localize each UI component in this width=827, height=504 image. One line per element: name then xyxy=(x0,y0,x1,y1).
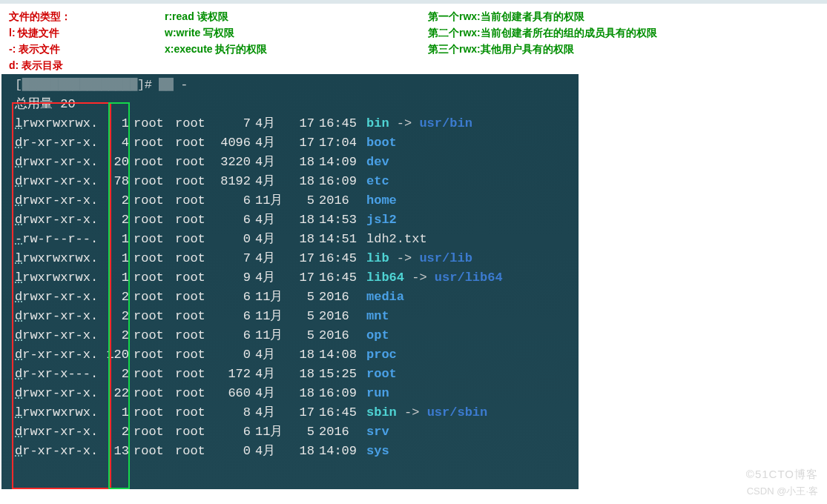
link-count: 2 xyxy=(104,210,129,230)
symlink-arrow: -> xyxy=(397,251,412,265)
file-name: bin xyxy=(366,116,389,130)
month: 4月 xyxy=(255,365,289,384)
list-item: lrwxrwxrwx.1rootroot74月1716:45bin -> usr… xyxy=(1,114,579,133)
terminal-prompt: [████████████████]# ██ - xyxy=(1,74,579,95)
day: 5 xyxy=(292,288,314,307)
owner: root xyxy=(134,326,171,345)
owner: root xyxy=(134,422,171,442)
permissions: drwxr-xr-x. xyxy=(15,210,104,230)
size: 6 xyxy=(215,326,251,345)
owner: root xyxy=(134,191,171,210)
legend-rwx2: 第二个rwx:当前创建者所在的组的成员具有的权限 xyxy=(428,24,818,41)
time: 2016 xyxy=(319,326,362,345)
permissions: dr-xr-xr-x. xyxy=(15,133,104,153)
owner: root xyxy=(134,153,171,172)
legend-file-types: 文件的类型： l: 快捷文件 -: 表示文件 d: 表示目录 xyxy=(9,8,165,73)
legend-r: r:read 读权限 xyxy=(165,8,428,24)
owner: root xyxy=(134,172,171,191)
month: 11月 xyxy=(255,326,289,345)
permissions: lrwxrwxrwx. xyxy=(15,268,104,288)
legend-w: w:write 写权限 xyxy=(165,24,428,41)
group: root xyxy=(175,268,212,288)
time: 16:45 xyxy=(319,403,362,422)
day: 17 xyxy=(292,249,314,268)
list-item: drwxr-xr-x.2rootroot611月52016media xyxy=(1,288,579,307)
permissions: dr-xr-xr-x. xyxy=(15,442,104,461)
permissions: lrwxrwxrwx. xyxy=(15,114,104,133)
symlink-target: usr/lib64 xyxy=(435,271,503,285)
day: 18 xyxy=(292,153,314,172)
permissions: drwxr-xr-x. xyxy=(15,307,104,326)
legend-title: 文件的类型： xyxy=(9,8,165,24)
watermark-csdn: CSDN @小王·客 xyxy=(747,485,818,498)
link-count: 2 xyxy=(104,326,129,345)
time: 14:53 xyxy=(319,210,362,230)
owner: root xyxy=(134,365,171,384)
owner: root xyxy=(134,442,171,461)
file-name: home xyxy=(366,193,397,208)
group: root xyxy=(175,307,212,326)
legend-rwx-meaning: r:read 读权限 w:write 写权限 x:execute 执行的权限 xyxy=(165,8,428,57)
group: root xyxy=(175,249,212,268)
month: 4月 xyxy=(255,403,289,422)
day: 5 xyxy=(292,326,314,345)
list-item: dr-xr-xr-x.4rootroot40964月1717:04boot xyxy=(1,133,579,153)
link-count: 1 xyxy=(104,403,129,422)
time: 16:09 xyxy=(319,384,362,403)
size: 172 xyxy=(215,365,251,384)
group: root xyxy=(175,345,212,365)
link-count: 120 xyxy=(104,345,129,365)
legend-rwx3: 第三个rwx:其他用户具有的权限 xyxy=(428,41,818,57)
file-name: mnt xyxy=(366,309,389,323)
group: root xyxy=(175,422,212,442)
list-item: drwxr-xr-x.2rootroot611月52016srv xyxy=(1,422,579,442)
group: root xyxy=(175,230,212,249)
link-count: 2 xyxy=(104,307,129,326)
file-name: lib xyxy=(366,251,389,265)
link-count: 20 xyxy=(104,153,129,172)
size: 6 xyxy=(215,288,251,307)
list-item: drwxr-xr-x.2rootroot611月52016mnt xyxy=(1,307,579,326)
link-count: 1 xyxy=(104,268,129,288)
size: 9 xyxy=(215,268,251,288)
month: 4月 xyxy=(255,153,289,172)
list-item: drwxr-xr-x.78rootroot81924月1816:09etc xyxy=(1,172,579,191)
permissions: drwxr-xr-x. xyxy=(15,422,104,442)
month: 4月 xyxy=(255,442,289,461)
group: root xyxy=(175,288,212,307)
permissions: drwxr-xr-x. xyxy=(15,153,104,172)
day: 17 xyxy=(292,268,314,288)
link-count: 13 xyxy=(104,442,129,461)
link-count: 1 xyxy=(104,230,129,249)
day: 18 xyxy=(292,172,314,191)
time: 2016 xyxy=(319,191,362,210)
time: 14:08 xyxy=(319,345,362,365)
list-item: lrwxrwxrwx.1rootroot74月1716:45lib -> usr… xyxy=(1,249,579,268)
size: 6 xyxy=(215,191,251,210)
file-name: sbin xyxy=(366,405,397,420)
owner: root xyxy=(134,288,171,307)
list-item: drwxr-xr-x.2rootroot64月1814:53jsl2 xyxy=(1,210,579,230)
owner: root xyxy=(134,133,171,153)
legend-rwx1: 第一个rwx:当前创建者具有的权限 xyxy=(428,8,818,24)
file-name: root xyxy=(366,367,397,381)
group: root xyxy=(175,153,212,172)
day: 17 xyxy=(292,133,314,153)
permissions: lrwxrwxrwx. xyxy=(15,249,104,268)
list-item: drwxr-xr-x.22rootroot6604月1816:09run xyxy=(1,384,579,403)
owner: root xyxy=(134,345,171,365)
month: 4月 xyxy=(255,133,289,153)
legend-x: x:execute 执行的权限 xyxy=(165,41,428,57)
list-item: dr-xr-xr-x.120rootroot04月1814:08proc xyxy=(1,345,579,365)
month: 4月 xyxy=(255,114,289,133)
day: 17 xyxy=(292,114,314,133)
month: 4月 xyxy=(255,230,289,249)
size: 660 xyxy=(215,384,251,403)
day: 18 xyxy=(292,384,314,403)
day: 18 xyxy=(292,365,314,384)
permissions: dr-xr-xr-x. xyxy=(15,345,104,365)
file-name: opt xyxy=(366,328,389,342)
list-item: dr-xr-xr-x.13rootroot04月1814:09sys xyxy=(1,442,579,461)
link-count: 2 xyxy=(104,288,129,307)
month: 11月 xyxy=(255,191,289,210)
